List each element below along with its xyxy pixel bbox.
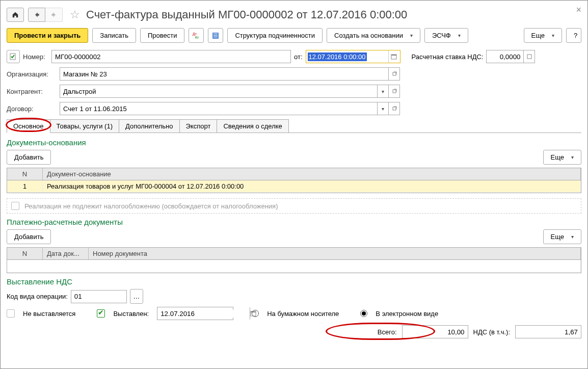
date-value: 12.07.2016 0:00:00 <box>308 52 367 61</box>
check-doc-icon <box>10 53 17 60</box>
debit-credit-icon: ДтКт <box>192 32 200 40</box>
svg-rect-12 <box>393 107 396 110</box>
post-and-close-button[interactable]: Провести и закрыть <box>7 28 88 43</box>
radio-paper-label: На бумажном носителе <box>267 310 339 318</box>
org-label: Организация: <box>7 70 57 78</box>
more-docs-button[interactable]: Еще <box>543 150 581 165</box>
annotation-circle-electronic <box>326 323 435 340</box>
docs-row-doc: Реализация товаров и услуг МГ00-000004 о… <box>43 180 581 192</box>
contragent-value[interactable]: Дальстрой <box>60 88 377 95</box>
docs-section-title: Документы-основания <box>7 138 581 147</box>
home-button[interactable] <box>7 8 24 22</box>
structure-button[interactable]: Структура подчиненности <box>227 28 323 43</box>
tab-export[interactable]: Экспорт <box>179 119 218 133</box>
docs-row[interactable]: 1 Реализация товаров и услуг МГ00-000004… <box>7 180 581 193</box>
not-issued-label: Не выставляется <box>23 310 75 318</box>
forward-button[interactable] <box>45 8 63 22</box>
open-ref-icon[interactable] <box>388 85 399 97</box>
add-payment-button[interactable]: Добавить <box>7 229 51 244</box>
contract-value[interactable]: Счет 1 от 11.06.2015 <box>60 105 377 113</box>
number-input[interactable] <box>51 50 291 63</box>
create-from-button[interactable]: Создать на основании <box>327 28 420 43</box>
debit-credit-button[interactable]: ДтКт <box>189 28 204 43</box>
radio-paper[interactable] <box>252 310 259 317</box>
pay-col-num: Номер документа <box>89 248 581 259</box>
issued-label: Выставлен: <box>113 310 149 318</box>
record-button[interactable]: Записать <box>92 28 136 43</box>
contragent-label: Контрагент: <box>7 88 57 95</box>
tax-free-label: Реализация не подлежит налогообложению (… <box>24 202 278 210</box>
post-button[interactable]: Провести <box>140 28 185 43</box>
annotation-circle-tab <box>6 118 51 132</box>
number-label: Номер: <box>23 53 48 61</box>
svg-rect-3 <box>213 34 218 34</box>
op-code-label: Код вида операции: <box>7 293 68 300</box>
tab-goods[interactable]: Товары, услуги (1) <box>50 119 119 133</box>
rate-calc-icon[interactable] <box>523 50 534 63</box>
payments-section-title: Платежно-расчетные документы <box>7 218 581 226</box>
page-title: Счет-фактура выданный МГ00-0000002 от 12… <box>86 8 407 21</box>
tab-extra[interactable]: Дополнительно <box>119 119 180 133</box>
radio-electronic[interactable] <box>360 310 367 317</box>
vat-rate-input[interactable] <box>487 53 523 61</box>
home-icon <box>12 11 19 18</box>
issued-date-input[interactable] <box>157 310 250 318</box>
op-code-select-button[interactable]: … <box>130 289 143 304</box>
pay-col-date: Дата док... <box>43 248 89 259</box>
back-button[interactable] <box>28 8 45 22</box>
document-status-icon[interactable] <box>7 50 20 63</box>
open-ref-icon[interactable] <box>388 102 399 115</box>
pay-col-n: N <box>7 248 43 259</box>
docs-col-n: N <box>7 168 43 180</box>
issued-checkbox[interactable] <box>97 309 105 318</box>
more-button[interactable]: Еще <box>524 28 562 43</box>
favorite-star-icon[interactable]: ☆ <box>68 8 82 22</box>
radio-electronic-label: В электронном виде <box>376 310 438 318</box>
more-payments-button[interactable]: Еще <box>543 229 581 244</box>
vat-total-label: НДС (в т.ч.): <box>473 328 511 336</box>
docs-table: N Документ-основание 1 Реализация товаро… <box>7 168 581 193</box>
eschf-button[interactable]: ЭСЧФ <box>424 28 468 43</box>
docs-row-n: 1 <box>7 180 43 192</box>
svg-rect-11 <box>393 90 396 93</box>
svg-rect-8 <box>391 55 396 56</box>
arrow-right-icon <box>50 11 58 18</box>
close-button[interactable]: × <box>576 5 581 15</box>
list-icon <box>212 32 219 39</box>
svg-rect-10 <box>393 72 396 75</box>
contract-label: Договор: <box>7 105 57 113</box>
rate-label: Расчетная ставка НДС: <box>412 53 484 61</box>
list-button[interactable] <box>208 28 223 43</box>
svg-rect-9 <box>527 55 531 59</box>
payments-table: N Дата док... Номер документа <box>7 247 581 273</box>
svg-rect-5 <box>213 37 218 37</box>
add-doc-button[interactable]: Добавить <box>7 150 51 165</box>
dropdown-icon[interactable]: ▾ <box>377 102 388 115</box>
org-value[interactable]: Магазин № 23 <box>60 70 388 78</box>
vat-section-title: Выставление НДС <box>7 277 581 286</box>
tax-free-checkbox[interactable] <box>11 202 19 210</box>
dropdown-icon[interactable]: ▾ <box>377 85 388 97</box>
vat-total-value[interactable] <box>515 325 581 338</box>
open-ref-icon[interactable] <box>388 68 399 80</box>
help-button[interactable]: ? <box>566 28 581 43</box>
docs-col-doc: Документ-основание <box>43 168 581 180</box>
op-code-input[interactable] <box>71 290 127 303</box>
tax-free-block: Реализация не подлежит налогообложению (… <box>7 198 581 214</box>
arrow-left-icon <box>33 11 40 18</box>
date-label: от: <box>294 53 303 61</box>
calendar-icon[interactable] <box>388 50 399 63</box>
tab-deal[interactable]: Сведения о сделке <box>217 119 288 133</box>
date-field[interactable]: 12.07.2016 0:00:00 <box>306 50 400 63</box>
svg-text:Кт: Кт <box>195 36 199 39</box>
not-issued-checkbox[interactable] <box>7 309 15 318</box>
svg-rect-4 <box>213 35 218 36</box>
